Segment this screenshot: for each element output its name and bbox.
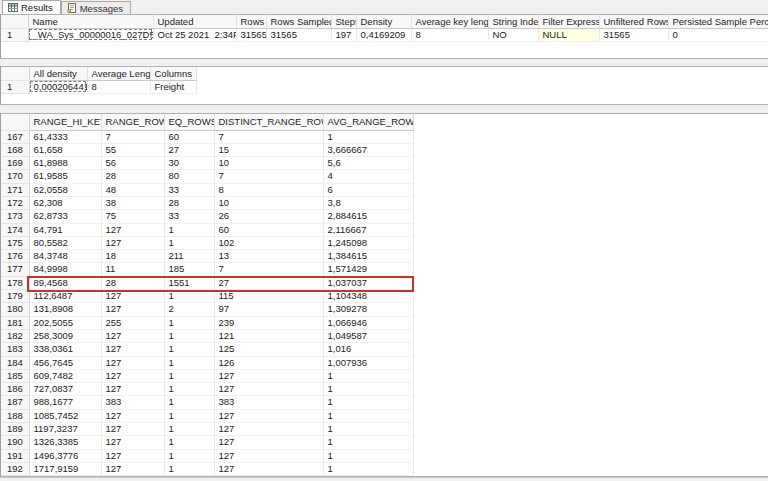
cell-rows-sampled[interactable]: 31565 xyxy=(266,28,331,41)
col-header-rows-sampled[interactable]: Rows Sampled xyxy=(266,15,331,28)
row-number[interactable]: 191 xyxy=(1,449,29,462)
row-number[interactable]: 176 xyxy=(1,250,29,263)
col-header-filter-expression[interactable]: Filter Expression xyxy=(538,15,599,28)
cell-avg-range-rows[interactable]: 1,104348 xyxy=(323,290,413,303)
cell-eq-rows[interactable]: 80 xyxy=(164,170,214,183)
row-number[interactable]: 192 xyxy=(1,462,29,475)
cell-range-rows[interactable]: 55 xyxy=(101,143,164,156)
cell-eq-rows[interactable]: 27 xyxy=(164,143,214,156)
cell-eq-rows[interactable]: 1 xyxy=(164,290,214,303)
cell-range-rows[interactable]: 127 xyxy=(101,423,164,436)
cell-avg-range-rows[interactable]: 1,007936 xyxy=(323,356,413,369)
cell-range-hi-key[interactable]: 131,8908 xyxy=(29,303,101,316)
cell-avg-range-rows[interactable]: 1,309278 xyxy=(323,303,413,316)
cell-avg-range-rows[interactable]: 3,8 xyxy=(323,196,413,209)
cell-avg-range-rows[interactable]: 1,384615 xyxy=(323,250,413,263)
cell-distinct-range-rows[interactable]: 10 xyxy=(214,196,323,209)
cell-avg-range-rows[interactable]: 1,066946 xyxy=(323,316,413,329)
cell-avg-range-rows[interactable]: 1 xyxy=(323,383,413,396)
cell-eq-rows[interactable]: 211 xyxy=(164,250,214,263)
cell-eq-rows[interactable]: 33 xyxy=(164,183,214,196)
cell-distinct-range-rows[interactable]: 127 xyxy=(214,462,323,475)
cell-range-hi-key[interactable]: 1197,3237 xyxy=(29,423,101,436)
cell-range-rows[interactable]: 28 xyxy=(101,170,164,183)
col-header-name[interactable]: Name xyxy=(28,15,153,28)
cell-avg-range-rows[interactable]: 2,116667 xyxy=(323,223,413,236)
cell-range-hi-key[interactable]: 258,3009 xyxy=(29,329,101,342)
row-number[interactable]: 188 xyxy=(1,409,29,422)
cell-range-hi-key[interactable]: 80,5582 xyxy=(29,236,101,249)
row-number[interactable]: 181 xyxy=(1,316,29,329)
cell-range-hi-key[interactable]: 62,308 xyxy=(29,196,101,209)
cell-distinct-range-rows[interactable]: 127 xyxy=(214,449,323,462)
cell-distinct-range-rows[interactable]: 13 xyxy=(214,250,323,263)
cell-eq-rows[interactable]: 1 xyxy=(164,223,214,236)
grid-splitter[interactable] xyxy=(0,59,768,66)
cell-avg-range-rows[interactable]: 1,245098 xyxy=(323,236,413,249)
cell-range-rows[interactable]: 127 xyxy=(101,449,164,462)
cell-avg-range-rows[interactable]: 1,016 xyxy=(323,343,413,356)
cell-unfiltered-rows[interactable]: 31565 xyxy=(599,28,668,41)
cell-distinct-range-rows[interactable]: 127 xyxy=(214,369,323,382)
cell-range-hi-key[interactable]: 84,3748 xyxy=(29,250,101,263)
row-number[interactable]: 1 xyxy=(1,80,29,93)
cell-range-rows[interactable]: 383 xyxy=(101,396,164,409)
row-number[interactable]: 178 xyxy=(1,276,29,289)
row-number[interactable]: 186 xyxy=(1,383,29,396)
row-number[interactable]: 183 xyxy=(1,343,29,356)
cell-avg-range-rows[interactable]: 1 xyxy=(323,409,413,422)
cell-distinct-range-rows[interactable]: 97 xyxy=(214,303,323,316)
cell-range-hi-key[interactable]: 84,9998 xyxy=(29,263,101,276)
cell-range-hi-key[interactable]: 1326,3385 xyxy=(29,436,101,449)
cell-persisted-sample-percent[interactable]: 0 xyxy=(668,28,768,41)
cell-distinct-range-rows[interactable]: 10 xyxy=(214,157,323,170)
cell-eq-rows[interactable]: 1 xyxy=(164,409,214,422)
col-header-range-hi-key[interactable]: RANGE_HI_KEY xyxy=(29,114,101,130)
cell-distinct-range-rows[interactable]: 7 xyxy=(214,130,323,143)
cell-distinct-range-rows[interactable]: 15 xyxy=(214,143,323,156)
cell-distinct-range-rows[interactable]: 383 xyxy=(214,396,323,409)
col-header-string-index[interactable]: String Index xyxy=(488,15,538,28)
cell-range-hi-key[interactable]: 61,8988 xyxy=(29,157,101,170)
col-header-avg-range-rows[interactable]: AVG_RANGE_ROWS xyxy=(323,114,413,130)
cell-range-hi-key[interactable]: 61,658 xyxy=(29,143,101,156)
cell-avg-range-rows[interactable]: 1 xyxy=(323,130,413,143)
cell-distinct-range-rows[interactable]: 8 xyxy=(214,183,323,196)
col-header-persisted-sample-percent[interactable]: Persisted Sample Percent xyxy=(668,15,768,28)
row-number[interactable]: 185 xyxy=(1,369,29,382)
col-header-steps[interactable]: Steps xyxy=(331,15,356,28)
cell-range-rows[interactable]: 127 xyxy=(101,436,164,449)
cell-range-rows[interactable]: 38 xyxy=(101,196,164,209)
cell-columns[interactable]: Freight xyxy=(150,80,196,93)
cell-avg-range-rows[interactable]: 2,884615 xyxy=(323,210,413,223)
cell-range-rows[interactable]: 127 xyxy=(101,329,164,342)
row-number[interactable]: 190 xyxy=(1,436,29,449)
col-header-average-key-length[interactable]: Average key length xyxy=(411,15,488,28)
cell-avg-range-rows[interactable]: 1 xyxy=(323,423,413,436)
row-number[interactable]: 179 xyxy=(1,290,29,303)
cell-density[interactable]: 0,4169209 xyxy=(356,28,411,41)
cell-distinct-range-rows[interactable]: 7 xyxy=(214,263,323,276)
cell-steps[interactable]: 197 xyxy=(331,28,356,41)
cell-distinct-range-rows[interactable]: 115 xyxy=(214,290,323,303)
cell-distinct-range-rows[interactable]: 27 xyxy=(214,276,323,289)
row-number[interactable]: 174 xyxy=(1,223,29,236)
cell-distinct-range-rows[interactable]: 239 xyxy=(214,316,323,329)
cell-all-density[interactable]: 0,000206441 xyxy=(29,80,87,93)
cell-range-hi-key[interactable]: 1085,7452 xyxy=(29,409,101,422)
cell-rows[interactable]: 31565 xyxy=(236,28,266,41)
cell-avg-range-rows[interactable]: 1 xyxy=(323,462,413,475)
cell-eq-rows[interactable]: 28 xyxy=(164,196,214,209)
cell-range-rows[interactable]: 127 xyxy=(101,223,164,236)
cell-eq-rows[interactable]: 1 xyxy=(164,449,214,462)
cell-eq-rows[interactable]: 185 xyxy=(164,263,214,276)
col-header-all-density[interactable]: All density xyxy=(29,67,87,80)
col-header-updated[interactable]: Updated xyxy=(153,15,236,28)
cell-range-rows[interactable]: 11 xyxy=(101,263,164,276)
cell-name[interactable]: _WA_Sys_00000016_027D5126 xyxy=(28,28,153,41)
row-number[interactable]: 175 xyxy=(1,236,29,249)
cell-range-rows[interactable]: 255 xyxy=(101,316,164,329)
tab-messages[interactable]: Messages xyxy=(61,1,131,14)
cell-distinct-range-rows[interactable]: 125 xyxy=(214,343,323,356)
row-number[interactable]: 182 xyxy=(1,329,29,342)
